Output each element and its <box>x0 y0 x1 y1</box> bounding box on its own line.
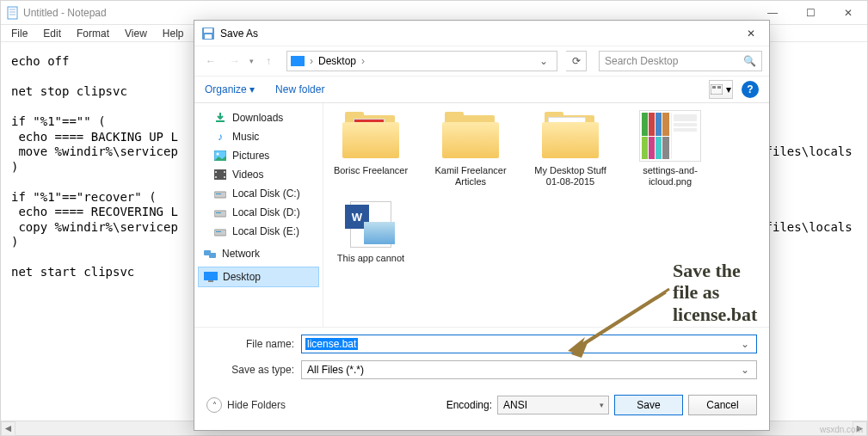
svg-rect-8 <box>712 86 716 89</box>
view-options-button[interactable]: ▾ <box>709 80 733 99</box>
cancel-button[interactable]: Cancel <box>688 395 757 415</box>
back-button[interactable]: ← <box>201 52 220 71</box>
folder-item[interactable]: Kamil Freelancer Articles <box>430 110 511 187</box>
maximize-button[interactable]: ☐ <box>791 1 829 25</box>
folder-item[interactable]: Borisc Freelancer <box>330 110 411 187</box>
document-item[interactable]: W This app cannot <box>330 198 411 264</box>
svg-rect-20 <box>214 211 226 217</box>
address-bar[interactable]: › Desktop › ⌄ <box>286 51 557 71</box>
save-as-dialog: Save As ✕ ← → ▾ ↑ › Desktop › ⌄ ⟳ Search… <box>194 20 770 431</box>
svg-rect-25 <box>209 253 216 258</box>
save-button[interactable]: Save <box>614 395 683 415</box>
network-icon <box>203 247 217 261</box>
history-dropdown[interactable]: ▾ <box>249 57 254 65</box>
save-fields: File name: license.bat ⌄ Save as type: A… <box>194 327 769 379</box>
svg-rect-0 <box>8 7 17 19</box>
desktop-icon <box>204 270 218 284</box>
menu-edit[interactable]: Edit <box>36 26 68 41</box>
svg-rect-18 <box>214 192 226 198</box>
scroll-left-icon[interactable]: ◄ <box>1 421 15 436</box>
chevron-down-icon: ▾ <box>600 401 604 409</box>
svg-rect-19 <box>216 193 221 194</box>
tree-network[interactable]: Network <box>198 244 319 263</box>
dialog-close-button[interactable]: ✕ <box>733 21 769 46</box>
svg-rect-22 <box>214 230 226 236</box>
disk-icon <box>213 187 227 200</box>
menu-format[interactable]: Format <box>70 26 116 41</box>
videos-icon <box>213 168 227 181</box>
download-icon <box>213 111 227 125</box>
svg-rect-15 <box>215 176 217 178</box>
folder-item[interactable]: My Desktop Stuff 01-08-2015 <box>530 110 611 187</box>
desktop-icon <box>291 56 305 66</box>
nav-tree: Downloads ♪Music Pictures Videos Local D… <box>194 103 323 327</box>
new-folder-button[interactable]: New folder <box>275 83 324 95</box>
help-button[interactable]: ? <box>742 81 759 98</box>
svg-rect-23 <box>216 231 221 232</box>
svg-rect-21 <box>216 212 221 213</box>
tree-disk-d[interactable]: Local Disk (D:) <box>198 203 319 222</box>
svg-rect-6 <box>205 34 212 39</box>
dialog-footer: ˄ Hide Folders Encoding: ANSI ▾ Save Can… <box>194 386 769 424</box>
close-button[interactable]: ✕ <box>829 1 867 25</box>
search-icon: 🔍 <box>743 55 756 67</box>
forward-button[interactable]: → <box>225 52 244 71</box>
breadcrumb-desktop[interactable]: Desktop <box>315 53 360 69</box>
search-placeholder: Search Desktop <box>605 55 678 67</box>
svg-rect-10 <box>216 120 225 122</box>
svg-rect-5 <box>204 28 212 33</box>
window-title: Untitled - Notepad <box>23 7 107 19</box>
menu-file[interactable]: File <box>4 26 34 41</box>
search-input[interactable]: Search Desktop 🔍 <box>599 51 762 71</box>
filename-label: File name: <box>206 338 301 350</box>
svg-point-12 <box>217 153 219 156</box>
encoding-label: Encoding: <box>446 399 492 411</box>
tree-pictures[interactable]: Pictures <box>198 146 319 165</box>
refresh-button[interactable]: ⟳ <box>566 51 587 71</box>
svg-rect-16 <box>224 171 225 173</box>
tree-disk-e[interactable]: Local Disk (E:) <box>198 222 319 241</box>
dialog-titlebar: Save As ✕ <box>194 21 769 46</box>
tree-videos[interactable]: Videos <box>198 165 319 184</box>
tree-downloads[interactable]: Downloads <box>198 108 319 127</box>
chevron-right-icon: › <box>360 55 366 67</box>
breadcrumb-dropdown[interactable]: ⌄ <box>534 55 553 67</box>
encoding-select[interactable]: ANSI ▾ <box>497 396 609 415</box>
disk-icon <box>213 206 227 219</box>
notepad-icon <box>6 6 20 20</box>
save-icon <box>201 27 215 40</box>
organize-button[interactable]: Organize ▾ <box>205 83 255 95</box>
menu-view[interactable]: View <box>118 26 154 41</box>
menu-help[interactable]: Help <box>156 26 191 41</box>
tree-music[interactable]: ♪Music <box>198 127 319 146</box>
watermark: wsxdn.com <box>820 425 863 434</box>
tree-disk-c[interactable]: Local Disk (C:) <box>198 184 319 203</box>
disk-icon <box>213 224 227 238</box>
chevron-right-icon: › <box>308 55 315 67</box>
annotation-text: Save the file aslicense.bat <box>673 260 769 325</box>
toolbar: Organize ▾ New folder ▾ ? <box>194 76 769 103</box>
filename-input[interactable]: license.bat ⌄ <box>301 335 757 353</box>
up-button[interactable]: ↑ <box>259 52 278 71</box>
nav-row: ← → ▾ ↑ › Desktop › ⌄ ⟳ Search Desktop 🔍 <box>194 46 769 76</box>
filename-value: license.bat <box>305 338 358 350</box>
image-item[interactable]: settings-and-icloud.png <box>630 110 711 187</box>
savetype-select[interactable]: All Files (*.*) ⌄ <box>301 360 757 379</box>
svg-rect-26 <box>204 272 218 280</box>
chevron-down-icon[interactable]: ⌄ <box>737 364 753 376</box>
svg-rect-7 <box>711 84 723 95</box>
pictures-icon <box>213 149 227 163</box>
dialog-title: Save As <box>220 28 258 40</box>
hide-folders-button[interactable]: ˄ Hide Folders <box>206 397 286 413</box>
svg-rect-27 <box>208 280 213 282</box>
svg-rect-9 <box>717 86 721 89</box>
svg-rect-17 <box>224 176 225 178</box>
chevron-up-icon: ˄ <box>206 397 222 413</box>
chevron-down-icon[interactable]: ⌄ <box>737 338 753 350</box>
savetype-value: All Files (*.*) <box>305 364 366 376</box>
tree-desktop[interactable]: Desktop <box>198 267 319 287</box>
music-icon: ♪ <box>213 130 227 144</box>
svg-rect-13 <box>214 169 226 180</box>
svg-rect-14 <box>215 171 217 173</box>
savetype-label: Save as type: <box>206 364 301 376</box>
